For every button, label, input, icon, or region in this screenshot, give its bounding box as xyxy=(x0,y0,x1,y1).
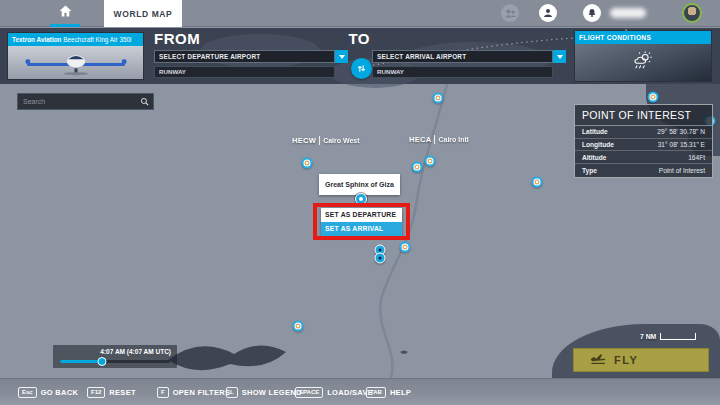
aircraft-illustration xyxy=(21,50,131,76)
search-input[interactable] xyxy=(18,98,140,105)
poi-tooltip: Great Sphinx of Giza xyxy=(319,174,400,195)
label-divider xyxy=(319,136,320,145)
set-as-arrival-button[interactable]: SET AS ARRIVAL xyxy=(321,222,402,236)
load-save-action[interactable]: SPACE LOAD/SAVE xyxy=(295,379,373,405)
map-search xyxy=(17,93,154,110)
time-slider-fill xyxy=(60,360,102,363)
tab-world-map[interactable]: WORLD MAP xyxy=(104,0,182,27)
aircraft-selector[interactable]: Textron Aviation Beechcraft King Air 350… xyxy=(8,33,143,79)
action-label: RESET xyxy=(109,388,136,397)
label-divider xyxy=(434,135,435,144)
time-slider-widget: 4:07 AM (4:07 AM UTC) xyxy=(53,345,177,368)
poi-row-value: 31° 08' 15.31" E xyxy=(658,141,705,148)
home-button[interactable] xyxy=(50,0,80,27)
poi-row-label: Longitude xyxy=(582,141,614,148)
search-icon[interactable] xyxy=(140,97,149,106)
swap-departure-arrival-button[interactable] xyxy=(351,58,372,79)
show-legend-action[interactable]: L SHOW LEGEND xyxy=(226,379,302,405)
airport-marker[interactable] xyxy=(532,177,543,188)
swap-arrows-icon xyxy=(356,60,367,78)
notifications-button[interactable] xyxy=(583,4,601,22)
poi-row-value: 164Ft xyxy=(688,154,705,161)
home-icon xyxy=(59,3,72,21)
key-badge: F12 xyxy=(87,387,105,398)
poi-row-longitude: Longitude 31° 08' 15.31" E xyxy=(575,139,712,152)
action-label: GO BACK xyxy=(41,388,79,397)
poi-row-label: Type xyxy=(582,167,597,174)
flight-conditions-title: FLIGHT CONDITIONS xyxy=(575,31,711,44)
selected-poi-marker[interactable] xyxy=(355,193,367,205)
aircraft-model: Beechcraft King Air 350i xyxy=(63,36,131,43)
airport-marker[interactable] xyxy=(293,321,304,332)
poi-context-menu: SET AS DEPARTURE SET AS ARRIVAL xyxy=(321,208,402,236)
set-as-departure-button[interactable]: SET AS DEPARTURE xyxy=(321,208,402,222)
airport-marker-cairo-west[interactable] xyxy=(302,158,313,169)
airport-label-hecw[interactable]: HECW Cairo West xyxy=(292,136,360,145)
key-badge: L xyxy=(226,387,238,398)
friends-button[interactable] xyxy=(501,4,519,22)
poi-row-value: 29° 58' 30.78" N xyxy=(657,128,705,135)
aircraft-brand: Textron Aviation xyxy=(12,36,61,43)
scale-label: 7 NM xyxy=(640,333,656,340)
action-label: SHOW LEGEND xyxy=(242,388,302,397)
departure-dropdown-button[interactable] xyxy=(335,50,348,63)
fly-button[interactable]: FLY xyxy=(573,348,709,372)
poi-marker[interactable] xyxy=(375,253,386,264)
flight-conditions-panel[interactable]: FLIGHT CONDITIONS xyxy=(575,31,711,81)
top-bar: WORLD MAP xyxy=(0,0,720,27)
departure-airport-select[interactable]: SELECT DEPARTURE AIRPORT xyxy=(154,50,335,63)
poi-row-label: Latitude xyxy=(582,128,608,135)
profile-button[interactable] xyxy=(539,4,557,22)
key-hints-bar: Esc GO BACK F12 RESET F OPEN FILTERS L S… xyxy=(0,378,720,405)
airport-name: Cairo Intl xyxy=(438,136,468,143)
airport-code: HECA xyxy=(409,135,431,144)
poi-row-value: Point of Interest xyxy=(659,167,705,174)
arrival-runway-field[interactable]: RUNWAY xyxy=(372,66,553,78)
time-slider-knob[interactable] xyxy=(97,357,106,366)
key-badge: SPACE xyxy=(295,387,323,398)
airport-marker[interactable] xyxy=(433,93,444,104)
departure-runway-field[interactable]: RUNWAY xyxy=(154,66,335,78)
tab-world-map-label: WORLD MAP xyxy=(114,9,173,19)
chevron-down-icon xyxy=(339,55,345,59)
airport-code: HECW xyxy=(292,136,316,145)
aircraft-name: Textron Aviation Beechcraft King Air 350… xyxy=(8,33,143,46)
bell-icon xyxy=(587,4,597,22)
key-badge: Esc xyxy=(18,387,37,398)
airport-marker[interactable] xyxy=(425,156,436,167)
key-badge: TAB xyxy=(366,387,386,398)
flight-setup-bar: ✈ Textron Aviation Beechcraft King Air 3… xyxy=(0,28,720,84)
point-of-interest-panel: POINT OF INTEREST Latitude 29° 58' 30.78… xyxy=(574,104,713,178)
airport-marker-cairo-intl[interactable] xyxy=(412,162,423,173)
reset-action[interactable]: F12 RESET xyxy=(87,379,136,405)
friends-icon xyxy=(505,4,516,22)
fly-button-label: FLY xyxy=(614,354,638,366)
to-label: TO xyxy=(176,30,370,47)
time-slider-track[interactable] xyxy=(60,360,170,363)
key-badge: F xyxy=(157,387,169,398)
map-scale: 7 NM xyxy=(640,333,696,340)
airport-marker[interactable] xyxy=(648,92,659,103)
arrival-dropdown-button[interactable] xyxy=(553,50,566,63)
action-label: OPEN FILTERS xyxy=(173,388,231,397)
poi-row-altitude: Altitude 164Ft xyxy=(575,151,712,164)
go-back-action[interactable]: Esc GO BACK xyxy=(18,379,78,405)
map-canvas[interactable]: HECW Cairo West HECA Cairo Intl Great Sp… xyxy=(0,84,720,378)
time-label: 4:07 AM (4:07 AM UTC) xyxy=(53,345,177,355)
poi-row-type: Type Point of Interest xyxy=(575,164,712,177)
map-dot xyxy=(389,203,392,206)
user-avatar[interactable] xyxy=(682,3,702,23)
arrival-airport-select[interactable]: SELECT ARRIVAL AIRPORT xyxy=(372,50,553,63)
aircraft-photo xyxy=(8,46,143,79)
world-map-screen: WORLD MAP ✈ Textron Aviation xyxy=(0,0,720,405)
airport-label-heca[interactable]: HECA Cairo Intl xyxy=(409,135,469,144)
airport-marker[interactable] xyxy=(400,242,411,253)
action-label: HELP xyxy=(390,388,411,397)
help-action[interactable]: TAB HELP xyxy=(366,379,411,405)
airport-name: Cairo West xyxy=(323,137,359,144)
plane-takeoff-icon xyxy=(590,351,607,369)
weather-icon xyxy=(631,50,655,76)
poi-row-latitude: Latitude 29° 58' 30.78" N xyxy=(575,126,712,139)
open-filters-action[interactable]: F OPEN FILTERS xyxy=(157,379,230,405)
scale-bar xyxy=(660,333,696,340)
